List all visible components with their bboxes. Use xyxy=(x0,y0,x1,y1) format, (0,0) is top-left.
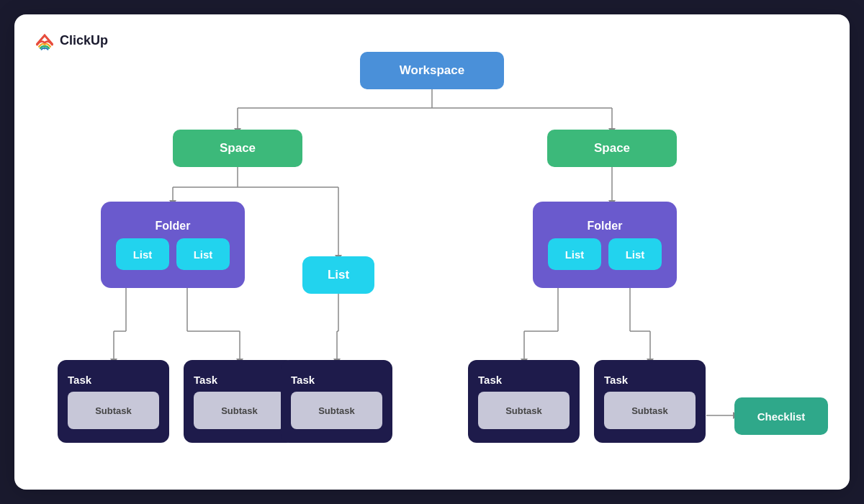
space-left-label: Space xyxy=(220,141,256,156)
task-5-node: Task Subtask xyxy=(594,360,706,443)
subtask-1-label: Subtask xyxy=(95,405,132,416)
folder-right-list-2: List xyxy=(608,238,662,270)
task-1-node: Task Subtask xyxy=(58,360,169,443)
main-card: ClickUp xyxy=(14,14,850,490)
workspace-node: Workspace xyxy=(360,52,504,89)
subtask-3-label: Subtask xyxy=(318,405,355,416)
task-2-label: Task xyxy=(194,374,217,386)
task-3-label: Task xyxy=(291,374,315,386)
subtask-4-label: Subtask xyxy=(505,405,542,416)
subtask-1-box: Subtask xyxy=(68,392,159,429)
subtask-5-label: Subtask xyxy=(631,405,668,416)
task-2-node: Task Subtask xyxy=(184,360,295,443)
folder-right-lists: List List xyxy=(543,238,667,270)
workspace-label: Workspace xyxy=(400,63,464,78)
standalone-list-node: List xyxy=(302,256,374,294)
space-left-node: Space xyxy=(173,130,302,167)
standalone-list-label: List xyxy=(328,268,349,282)
subtask-2-label: Subtask xyxy=(221,405,258,416)
task-4-label: Task xyxy=(478,374,502,386)
folder-left-list-2: List xyxy=(176,238,230,270)
folder-right-list-1: List xyxy=(548,238,601,270)
checklist-label: Checklist xyxy=(757,410,806,423)
space-right-node: Space xyxy=(547,130,677,167)
space-right-label: Space xyxy=(594,141,630,156)
subtask-2-box: Subtask xyxy=(194,392,285,429)
logo: ClickUp xyxy=(35,30,108,50)
subtask-3-box: Subtask xyxy=(291,392,382,429)
folder-left-lists: List List xyxy=(111,238,235,270)
clickup-logo-icon xyxy=(35,30,55,50)
task-3-node: Task Subtask xyxy=(281,360,392,443)
folder-right-node: Folder List List xyxy=(533,202,677,288)
folder-right-label: Folder xyxy=(543,220,667,233)
task-4-node: Task Subtask xyxy=(468,360,580,443)
task-1-label: Task xyxy=(68,374,91,386)
subtask-4-box: Subtask xyxy=(478,392,570,429)
folder-left-list-1: List xyxy=(116,238,169,270)
task-5-label: Task xyxy=(604,374,628,386)
app-name: ClickUp xyxy=(60,33,108,48)
subtask-5-box: Subtask xyxy=(604,392,696,429)
folder-left-label: Folder xyxy=(111,220,235,233)
folder-left-node: Folder List List xyxy=(101,202,245,288)
checklist-node: Checklist xyxy=(734,397,828,435)
